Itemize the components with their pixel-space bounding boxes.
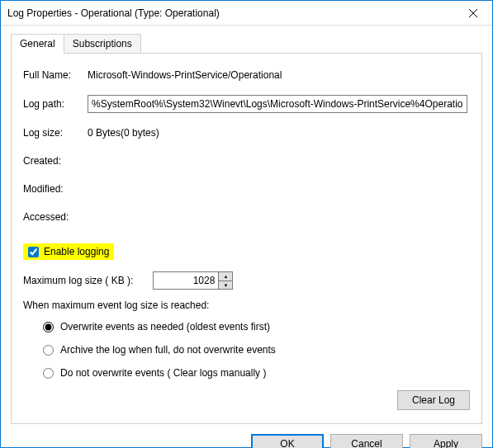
content-area: General Subscriptions Full Name: Microso… (1, 26, 492, 448)
tab-subscriptions[interactable]: Subscriptions (64, 34, 141, 54)
accessed-label: Accessed: (23, 211, 88, 223)
dialog-window: Log Properties - Operational (Type: Oper… (0, 0, 493, 448)
tab-general[interactable]: General (11, 34, 64, 54)
created-label: Created: (23, 155, 88, 167)
fullname-label: Full Name: (23, 69, 88, 81)
clear-log-button[interactable]: Clear Log (397, 390, 470, 410)
tab-panel-general: Full Name: Microsoft-Windows-PrintServic… (11, 53, 482, 424)
maxsize-label: Maximum log size ( KB ): (23, 275, 133, 286)
modified-label: Modified: (23, 183, 88, 195)
close-button[interactable] (454, 1, 492, 26)
window-title: Log Properties - Operational (Type: Oper… (7, 7, 454, 19)
enable-logging-checkbox[interactable] (28, 247, 39, 257)
retention-radio-donotoverwrite[interactable] (43, 368, 54, 379)
titlebar[interactable]: Log Properties - Operational (Type: Oper… (1, 1, 492, 26)
spinner-up-button[interactable]: ▲ (219, 272, 232, 281)
retention-radio-archive[interactable] (43, 345, 54, 356)
retention-option-archive[interactable]: Archive the log when full, do not overwr… (43, 344, 470, 356)
maxsize-input[interactable] (153, 271, 219, 290)
retention-label-archive: Archive the log when full, do not overwr… (60, 344, 276, 356)
enable-logging-label: Enable logging (44, 246, 109, 257)
maxsize-spinner: ▲ ▼ (153, 271, 233, 290)
retention-option-overwrite[interactable]: Overwrite events as needed (oldest event… (43, 321, 470, 332)
fullname-value: Microsoft-Windows-PrintService/Operation… (88, 69, 470, 81)
spinner-down-button[interactable]: ▼ (219, 281, 232, 289)
logsize-label: Log size: (23, 127, 88, 139)
logpath-label: Log path: (23, 98, 88, 110)
tab-strip: General Subscriptions (11, 34, 482, 54)
ok-button[interactable]: OK (251, 434, 324, 448)
enable-logging-row[interactable]: Enable logging (23, 243, 114, 260)
close-icon (469, 9, 477, 17)
retention-label-overwrite: Overwrite events as needed (oldest event… (60, 321, 270, 332)
retention-heading: When maximum event log size is reached: (23, 299, 470, 311)
retention-option-donotoverwrite[interactable]: Do not overwrite events ( Clear logs man… (43, 367, 470, 379)
retention-radio-group: Overwrite events as needed (oldest event… (43, 321, 470, 390)
retention-label-donotoverwrite: Do not overwrite events ( Clear logs man… (60, 367, 266, 379)
apply-button[interactable]: Apply (410, 434, 482, 448)
logpath-input[interactable] (88, 95, 467, 113)
retention-radio-overwrite[interactable] (43, 322, 54, 332)
dialog-button-row: OK Cancel Apply (11, 424, 482, 448)
cancel-button[interactable]: Cancel (330, 434, 403, 448)
logsize-value: 0 Bytes(0 bytes) (88, 127, 470, 139)
